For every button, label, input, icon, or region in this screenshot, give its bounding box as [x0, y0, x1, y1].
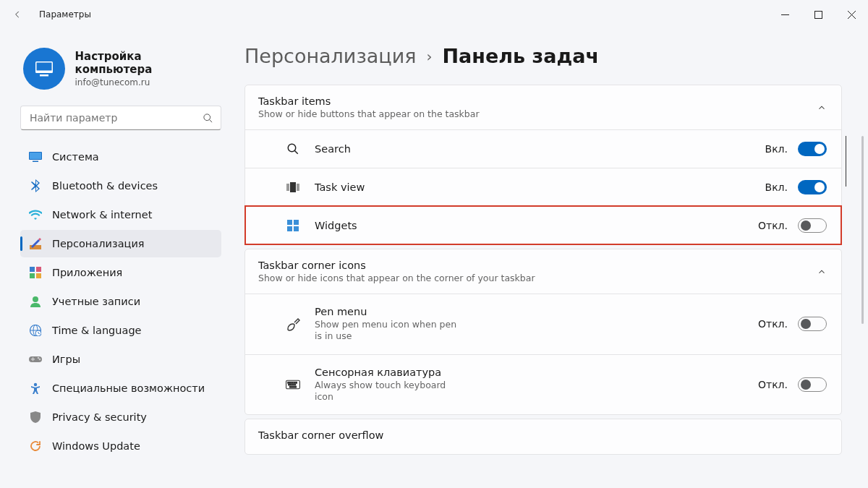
back-button[interactable]	[9, 6, 26, 23]
search-input[interactable]	[28, 111, 203, 124]
titlebar: Параметры	[0, 0, 868, 29]
section-header[interactable]: Taskbar corner icons Show or hide icons …	[245, 249, 841, 294]
chevron-up-icon	[817, 267, 827, 277]
sidebar-item-gaming[interactable]: Игры	[20, 346, 221, 373]
toggle-search[interactable]	[798, 142, 827, 156]
section-header[interactable]: Taskbar items Show or hide buttons that …	[245, 85, 841, 129]
section-header[interactable]: Taskbar corner overflow	[245, 419, 841, 454]
sidebar-item-update[interactable]: Windows Update	[20, 432, 221, 460]
accounts-icon	[29, 295, 42, 308]
svg-rect-32	[286, 184, 289, 191]
breadcrumb-current: Панель задач	[443, 45, 600, 67]
section-title: Taskbar items	[258, 95, 480, 107]
section-taskbar-items: Taskbar items Show or hide buttons that …	[244, 85, 842, 245]
svg-rect-11	[33, 161, 38, 163]
setting-row-touch: Сенсорная клавиатура Always show touch k…	[245, 354, 841, 415]
profile[interactable]: Настройка компьютера info@tunecom.ru	[23, 48, 221, 90]
row-label: Сенсорная клавиатура	[315, 367, 467, 378]
row-label: Task view	[315, 181, 365, 193]
search-icon	[203, 113, 213, 124]
svg-rect-16	[36, 273, 41, 278]
svg-rect-49	[289, 386, 296, 388]
svg-rect-45	[289, 384, 290, 385]
sidebar-item-bluetooth[interactable]: Bluetooth & devices	[20, 172, 221, 200]
section-subtitle: Show or hide icons that appear on the co…	[258, 273, 535, 283]
window-controls	[768, 0, 868, 29]
network-icon	[29, 208, 42, 221]
sidebar-item-apps[interactable]: Приложения	[20, 259, 221, 286]
svg-rect-14	[36, 267, 41, 272]
row-label: Pen menu	[315, 306, 467, 317]
row-label: Widgets	[315, 220, 357, 231]
toggle-widgets[interactable]	[798, 218, 827, 233]
settings-window: Параметры Настройка компьютера info@tune…	[0, 0, 868, 488]
setting-row-taskview: Task view Вкл.	[245, 168, 841, 206]
svg-rect-36	[294, 220, 299, 225]
search-box[interactable]	[20, 106, 221, 130]
sidebar-item-personalization[interactable]: Персонализация	[20, 230, 221, 257]
sidebar-item-label: Privacy & security	[52, 411, 147, 423]
svg-rect-40	[288, 382, 289, 383]
sidebar-item-time[interactable]: Time & language	[20, 317, 221, 344]
toggle-state-label: Откл.	[758, 318, 788, 330]
row-label: Search	[315, 143, 351, 155]
maximize-button[interactable]	[801, 0, 835, 29]
pen-icon	[286, 317, 300, 331]
sidebar-item-label: Учетные записи	[52, 296, 140, 307]
svg-rect-41	[289, 382, 291, 383]
toggle-touch[interactable]	[798, 377, 827, 392]
time-icon	[29, 324, 42, 337]
svg-rect-43	[294, 382, 295, 383]
close-button[interactable]	[835, 0, 868, 29]
svg-point-29	[34, 383, 37, 386]
system-icon	[29, 150, 42, 163]
svg-point-30	[288, 144, 296, 152]
svg-rect-28	[33, 357, 34, 361]
svg-rect-10	[30, 153, 41, 159]
minimize-button[interactable]	[768, 0, 801, 29]
breadcrumb: Персонализация › Панель задач	[244, 45, 842, 67]
avatar	[23, 48, 65, 90]
privacy-icon	[29, 411, 42, 424]
svg-rect-13	[30, 267, 35, 272]
svg-rect-44	[296, 382, 297, 383]
search-icon	[286, 142, 300, 156]
section-overflow: Taskbar corner overflow	[244, 419, 842, 455]
sidebar-item-system[interactable]: Система	[20, 143, 221, 171]
svg-rect-15	[30, 273, 35, 278]
section-subtitle: Show or hide buttons that appear on the …	[258, 108, 480, 119]
touch-icon	[286, 377, 300, 392]
section-corner-icons: Taskbar corner icons Show or hide icons …	[244, 249, 842, 415]
profile-email: info@tunecom.ru	[75, 77, 222, 87]
sidebar-item-label: Time & language	[52, 325, 142, 336]
taskview-icon	[286, 180, 300, 194]
svg-rect-46	[290, 384, 292, 385]
window-title: Параметры	[39, 9, 91, 20]
accessibility-icon	[29, 382, 42, 395]
sidebar-item-label: Игры	[52, 354, 80, 365]
svg-line-31	[294, 150, 298, 154]
sidebar-item-accessibility[interactable]: Специальные возможности	[20, 374, 221, 402]
svg-rect-1	[814, 11, 822, 18]
toggle-pen[interactable]	[798, 317, 827, 331]
chevron-right-icon: ›	[427, 48, 433, 65]
scrollbar[interactable]	[861, 136, 864, 324]
section-title: Taskbar corner overflow	[258, 429, 383, 441]
setting-row-widgets: Widgets Откл.	[245, 206, 841, 244]
sidebar-item-label: Windows Update	[52, 440, 140, 452]
sidebar-item-privacy[interactable]: Privacy & security	[20, 403, 221, 431]
setting-row-pen: Pen menu Show pen menu icon when pen is …	[245, 294, 841, 354]
profile-name: Настройка компьютера	[75, 50, 222, 76]
row-subtitle: Show pen menu icon when pen is in use	[315, 319, 467, 343]
svg-point-25	[38, 357, 40, 359]
svg-line-8	[209, 119, 212, 122]
svg-point-26	[39, 359, 41, 361]
toggle-taskview[interactable]	[798, 180, 827, 194]
svg-rect-34	[297, 184, 299, 191]
sidebar-item-accounts[interactable]: Учетные записи	[20, 288, 221, 315]
breadcrumb-parent[interactable]: Персонализация	[244, 45, 417, 67]
toggle-state-label: Вкл.	[765, 181, 788, 193]
sidebar-item-label: Network & internet	[52, 209, 152, 221]
sidebar-item-network[interactable]: Network & internet	[20, 201, 221, 228]
sidebar-item-label: Bluetooth & devices	[52, 180, 158, 192]
